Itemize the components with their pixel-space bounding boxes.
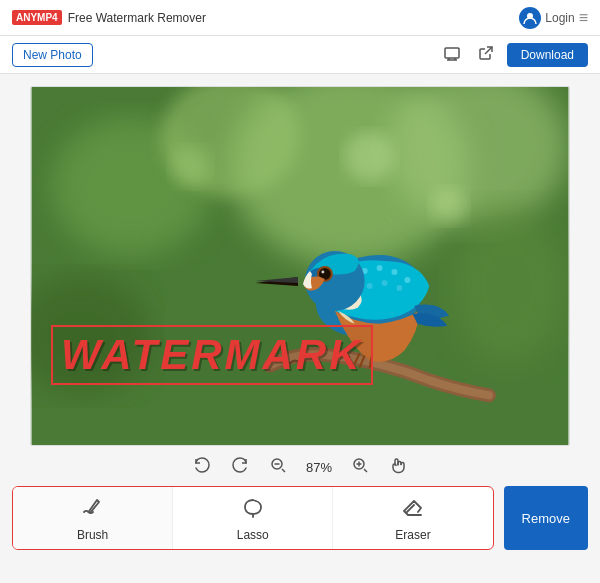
lasso-icon <box>241 495 265 524</box>
bird-image <box>31 87 569 445</box>
watermark-overlay: WATERMARK <box>51 325 373 385</box>
svg-point-10 <box>449 206 568 365</box>
resize-icon-button[interactable] <box>439 42 465 68</box>
lasso-tool[interactable]: Lasso <box>173 487 333 549</box>
svg-point-23 <box>382 280 388 286</box>
remove-button[interactable]: Remove <box>504 486 588 550</box>
image-container: WATERMARK <box>30 86 570 446</box>
eraser-tool[interactable]: Eraser <box>333 487 492 549</box>
svg-line-35 <box>282 469 285 472</box>
svg-point-22 <box>367 283 373 289</box>
svg-rect-1 <box>445 48 459 58</box>
zoom-controls: 87% <box>187 454 413 480</box>
svg-point-28 <box>321 270 324 273</box>
external-link-icon-button[interactable] <box>473 42 499 68</box>
login-button[interactable]: Login ≡ <box>519 7 588 29</box>
svg-point-27 <box>320 269 330 279</box>
svg-point-24 <box>396 285 402 291</box>
eraser-icon <box>401 495 425 524</box>
tools-panel: Brush Lasso <box>12 486 494 550</box>
svg-point-18 <box>377 265 383 271</box>
undo-button[interactable] <box>187 454 217 480</box>
svg-point-14 <box>171 147 211 187</box>
hand-tool-button[interactable] <box>383 454 413 480</box>
brush-tool[interactable]: Brush <box>13 487 173 549</box>
svg-point-12 <box>345 132 395 182</box>
toolbar: New Photo Download <box>0 36 600 74</box>
svg-point-19 <box>391 269 397 275</box>
title-bar: ANYMP4 Free Watermark Remover Login ≡ <box>0 0 600 36</box>
toolbar-right: Download <box>439 42 588 68</box>
brush-label: Brush <box>77 528 108 542</box>
zoom-percent: 87% <box>301 460 337 475</box>
new-photo-button[interactable]: New Photo <box>12 43 93 67</box>
bottom-area: Brush Lasso <box>12 486 588 550</box>
svg-line-39 <box>364 469 367 472</box>
menu-icon: ≡ <box>579 9 588 27</box>
brush-icon <box>81 495 105 524</box>
title-bar-right: Login ≡ <box>519 7 588 29</box>
login-label: Login <box>545 11 574 25</box>
app-title: Free Watermark Remover <box>68 11 206 25</box>
svg-point-20 <box>404 277 410 283</box>
zoom-out-button[interactable] <box>263 454 293 480</box>
eraser-label: Eraser <box>395 528 430 542</box>
zoom-in-button[interactable] <box>345 454 375 480</box>
svg-point-13 <box>431 188 467 224</box>
lasso-label: Lasso <box>237 528 269 542</box>
user-icon <box>519 7 541 29</box>
app-logo: ANYMP4 <box>12 10 62 25</box>
download-button[interactable]: Download <box>507 43 588 67</box>
main-content: WATERMARK 87% <box>0 74 600 583</box>
redo-button[interactable] <box>225 454 255 480</box>
title-bar-left: ANYMP4 Free Watermark Remover <box>12 10 206 25</box>
watermark-text: WATERMARK <box>61 331 363 378</box>
